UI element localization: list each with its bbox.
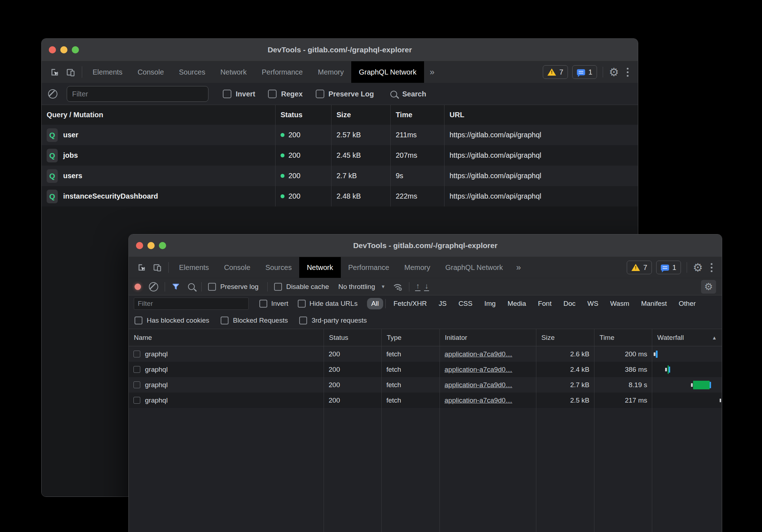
network-conditions-icon[interactable]	[392, 282, 403, 291]
filter-chip-js[interactable]: JS	[434, 298, 451, 309]
column-header-initiator[interactable]: Initiator	[440, 329, 536, 346]
filter-chip-media[interactable]: Media	[503, 298, 531, 309]
network-request-row[interactable]: graphql 200 fetch application-a7ca9d0… 2…	[129, 346, 722, 362]
column-header-waterfall[interactable]: Waterfall ▲	[652, 329, 722, 346]
filter-chip-manifest[interactable]: Manifest	[637, 298, 671, 309]
column-header-time[interactable]: Time	[391, 105, 445, 125]
network-request-row[interactable]: graphql 200 fetch application-a7ca9d0… 2…	[129, 393, 722, 408]
tab-performance[interactable]: Performance	[341, 257, 397, 278]
import-har-icon[interactable]: ↑	[416, 282, 420, 291]
tab-memory[interactable]: Memory	[397, 257, 438, 278]
tab-network[interactable]: Network	[213, 61, 254, 83]
clear-icon[interactable]	[48, 89, 57, 99]
row-checkbox[interactable]	[133, 351, 140, 357]
tab-console[interactable]: Console	[130, 61, 171, 83]
kebab-menu-icon[interactable]	[623, 68, 632, 77]
row-checkbox[interactable]	[133, 397, 140, 404]
device-toolbar-icon[interactable]	[63, 61, 79, 83]
initiator-link[interactable]: application-a7ca9d0…	[445, 381, 512, 389]
tab-graphql-network[interactable]: GraphQL Network	[438, 257, 510, 278]
warnings-badge[interactable]: 7	[627, 261, 652, 274]
network-settings-button[interactable]: ⚙	[701, 280, 716, 294]
warning-count: 7	[643, 263, 647, 272]
network-request-row[interactable]: graphql 200 fetch application-a7ca9d0… 2…	[129, 362, 722, 377]
initiator-link[interactable]: application-a7ca9d0…	[445, 350, 512, 358]
column-header-url[interactable]: URL	[445, 105, 638, 125]
tab-memory[interactable]: Memory	[310, 61, 351, 83]
network-filter-input[interactable]	[134, 298, 249, 310]
preserve-log-option: Preserve log	[208, 283, 259, 291]
column-header-time[interactable]: Time	[594, 329, 652, 346]
more-tabs-icon[interactable]: »	[424, 61, 440, 83]
record-button[interactable]	[135, 284, 141, 290]
filter-chip-img[interactable]: Img	[480, 298, 500, 309]
inspect-element-icon[interactable]	[134, 257, 150, 278]
has-blocked-cookies-checkbox[interactable]	[135, 317, 142, 324]
tab-elements[interactable]: Elements	[171, 257, 216, 278]
graphql-request-row[interactable]: Q instanceSecurityDashboard 200 2.48 kB …	[42, 186, 638, 206]
graphql-request-row[interactable]: Q users 200 2.7 kB 9s https://gitlab.com…	[42, 166, 638, 186]
warning-icon	[547, 68, 556, 76]
invert-checkbox[interactable]	[223, 90, 231, 98]
clear-icon[interactable]	[149, 282, 158, 291]
filter-chip-wasm[interactable]: Wasm	[606, 298, 634, 309]
tab-performance[interactable]: Performance	[254, 61, 311, 83]
hide-data-urls-checkbox[interactable]	[298, 300, 306, 308]
network-request-row[interactable]: graphql 200 fetch application-a7ca9d0… 2…	[129, 377, 722, 393]
tab-sources[interactable]: Sources	[258, 257, 299, 278]
column-header-status[interactable]: Status	[324, 329, 382, 346]
disable-cache-checkbox[interactable]	[274, 283, 282, 291]
preserve-log-checkbox[interactable]	[208, 283, 216, 291]
kebab-menu-icon[interactable]	[707, 263, 716, 272]
column-header-type[interactable]: Type	[382, 329, 440, 346]
filter-chip-fetch-xhr[interactable]: Fetch/XHR	[389, 298, 431, 309]
throttling-select[interactable]: No throttling ▼	[336, 283, 387, 291]
export-har-icon[interactable]: ↓	[425, 282, 429, 291]
row-checkbox[interactable]	[133, 381, 140, 388]
invert-checkbox[interactable]	[259, 300, 267, 308]
minimize-button[interactable]	[147, 242, 155, 249]
row-checkbox[interactable]	[133, 366, 140, 373]
close-button[interactable]	[49, 46, 56, 53]
warnings-badge[interactable]: 7	[543, 65, 568, 79]
close-button[interactable]	[136, 242, 143, 249]
tab-network[interactable]: Network	[299, 257, 340, 278]
filter-input[interactable]	[67, 86, 208, 102]
device-toolbar-icon[interactable]	[150, 257, 165, 278]
graphql-request-row[interactable]: Q user 200 2.57 kB 211ms https://gitlab.…	[42, 125, 638, 145]
graphql-request-row[interactable]: Q jobs 200 2.45 kB 207ms https://gitlab.…	[42, 145, 638, 166]
third-party-requests-checkbox[interactable]	[299, 317, 307, 324]
column-header-name[interactable]: Name	[129, 329, 324, 346]
maximize-button[interactable]	[72, 46, 79, 53]
column-header-query-mutation[interactable]: Query / Mutation	[42, 105, 276, 125]
tab-sources[interactable]: Sources	[171, 61, 213, 83]
issues-badge[interactable]: 1	[572, 65, 597, 79]
column-header-size[interactable]: Size	[536, 329, 594, 346]
maximize-button[interactable]	[159, 242, 166, 249]
settings-gear-icon[interactable]: ⚙	[693, 262, 703, 273]
regex-checkbox[interactable]	[268, 90, 277, 98]
filter-chip-all[interactable]: All	[367, 298, 383, 309]
filter-chip-doc[interactable]: Doc	[559, 298, 580, 309]
tab-graphql-network[interactable]: GraphQL Network	[351, 61, 424, 83]
column-header-status[interactable]: Status	[276, 105, 331, 125]
tab-elements[interactable]: Elements	[85, 61, 130, 83]
inspect-element-icon[interactable]	[47, 61, 63, 83]
minimize-button[interactable]	[60, 46, 67, 53]
tab-console[interactable]: Console	[216, 257, 258, 278]
preserve-log-checkbox[interactable]	[316, 90, 324, 98]
filter-chip-css[interactable]: CSS	[454, 298, 477, 309]
filter-chip-ws[interactable]: WS	[583, 298, 603, 309]
filter-chip-other[interactable]: Other	[674, 298, 700, 309]
settings-gear-icon[interactable]: ⚙	[609, 67, 619, 78]
initiator-link[interactable]: application-a7ca9d0…	[445, 366, 512, 374]
initiator-link[interactable]: application-a7ca9d0…	[445, 396, 512, 404]
issues-badge[interactable]: 1	[656, 261, 681, 274]
blocked-requests-checkbox[interactable]	[221, 317, 229, 324]
filter-chip-font[interactable]: Font	[533, 298, 556, 309]
search-control[interactable]: Search	[390, 90, 426, 98]
column-header-size[interactable]: Size	[331, 105, 391, 125]
filter-funnel-icon[interactable]	[171, 282, 180, 291]
search-icon[interactable]	[188, 283, 195, 290]
more-tabs-icon[interactable]: »	[511, 257, 527, 278]
